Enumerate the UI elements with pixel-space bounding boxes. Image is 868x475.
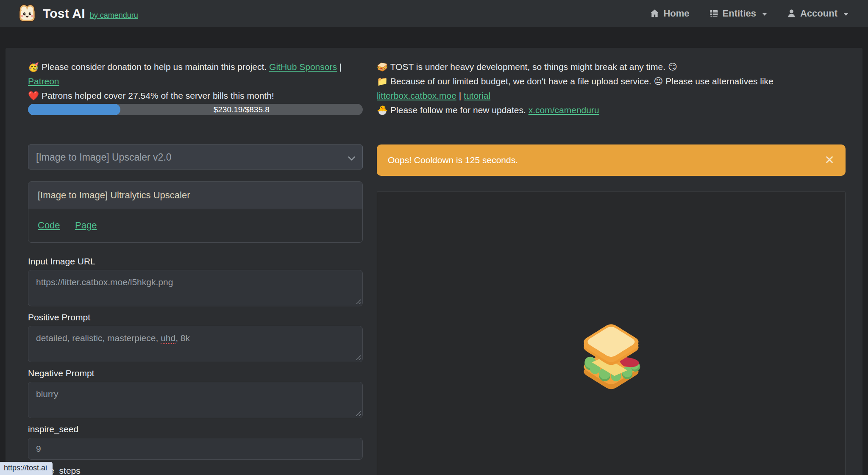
browser-status-url: https://tost.ai [0, 462, 53, 475]
nav-item-home[interactable]: Home [650, 8, 689, 19]
donation-message: 🥳 Please consider donation to help us ma… [28, 60, 363, 89]
code-link[interactable]: Code [38, 220, 60, 231]
workflow-card-body: Code Page [28, 209, 362, 242]
nav-items: Home Entities Account [650, 8, 849, 19]
patrons-message: ❤️ Patrons helped cover 27.54% of the se… [28, 89, 363, 103]
byline-link[interactable]: by camenduru [90, 11, 138, 20]
separator: | [339, 62, 342, 72]
caret-down-icon [762, 13, 767, 16]
cooldown-alert: Oops! Cooldown is 125 seconds. ✕ [377, 144, 846, 176]
workflow-card-title: [Image to Image] Ultralytics Upscaler [28, 182, 362, 209]
positive-prompt-label: Positive Prompt [28, 312, 363, 322]
progress-label: $230.19/$835.8 [120, 104, 363, 115]
notice-follow: 🐣 Please follow me for new updates. x.co… [377, 103, 846, 117]
content-row: [Image to Image] Upscaler v2.0 [Image to… [28, 144, 846, 475]
workflow-select[interactable]: [Image to Image] Upscaler v2.0 [28, 144, 363, 169]
inspire-seed-label: inspire_seed [28, 424, 363, 434]
result-panel [377, 191, 846, 475]
notices-section: 🥪 TOST is under heavy development, so th… [377, 60, 846, 117]
account-icon [787, 8, 796, 18]
home-icon [650, 8, 659, 18]
workflow-select-wrap: [Image to Image] Upscaler v2.0 [28, 144, 363, 169]
cooldown-alert-message: Oops! Cooldown is 125 seconds. [388, 155, 824, 165]
workflow-form: [Image to Image] Upscaler v2.0 [Image to… [28, 144, 363, 475]
github-sponsors-link[interactable]: GitHub Sponsors [269, 62, 337, 72]
inspire-seed-input[interactable] [28, 438, 363, 460]
nav-item-entities[interactable]: Entities [709, 8, 767, 19]
nav-item-label: Entities [723, 8, 756, 19]
brand[interactable]: Tost AI by camenduru [17, 3, 138, 24]
brand-title: Tost AI [43, 6, 85, 21]
workflow-card: [Image to Image] Ultralytics Upscaler Co… [28, 181, 363, 243]
page-link[interactable]: Page [75, 220, 97, 231]
input-image-url-field[interactable]: https://litter.catbox.moe/l5hkgk.png [28, 270, 363, 306]
patreon-link[interactable]: Patreon [28, 76, 59, 86]
tutorial-link[interactable]: tutorial [464, 91, 490, 100]
main-container: 🥳 Please consider donation to help us ma… [6, 48, 862, 475]
entities-icon [709, 8, 719, 18]
close-icon[interactable]: ✕ [824, 154, 835, 166]
info-row: 🥳 Please consider donation to help us ma… [28, 60, 846, 117]
caret-down-icon [843, 13, 849, 16]
progress-fill [28, 104, 120, 115]
nav-item-label: Account [800, 8, 837, 19]
toast-face-logo-icon [17, 3, 37, 24]
x-profile-link[interactable]: x.com/camenduru [529, 105, 599, 115]
negative-prompt-field[interactable]: blurry [28, 382, 363, 418]
input-image-url-label: Input Image URL [28, 256, 363, 267]
spellcheck-underline: uhd [161, 333, 175, 344]
nav-item-account[interactable]: Account [787, 8, 849, 19]
sandwich-image [571, 319, 651, 391]
navbar: Tost AI by camenduru Home Entities [0, 0, 868, 27]
negative-prompt-label: Negative Prompt [28, 368, 363, 378]
inspire-steps-label: inspire_steps [28, 466, 363, 475]
notice-development: 🥪 TOST is under heavy development, so th… [377, 60, 846, 74]
notice-upload: 📁 Because of our limited budget, we don'… [377, 74, 846, 103]
separator: | [459, 91, 461, 100]
nav-item-label: Home [663, 8, 689, 19]
server-bills-progressbar: $230.19/$835.8 [28, 104, 363, 115]
positive-prompt-field[interactable]: detailed, realistic, masterpiece, uhd, 8… [28, 326, 363, 362]
result-section: Oops! Cooldown is 125 seconds. ✕ [377, 144, 846, 475]
litterbox-link[interactable]: litterbox.catbox.moe [377, 91, 456, 100]
donation-section: 🥳 Please consider donation to help us ma… [28, 60, 363, 117]
